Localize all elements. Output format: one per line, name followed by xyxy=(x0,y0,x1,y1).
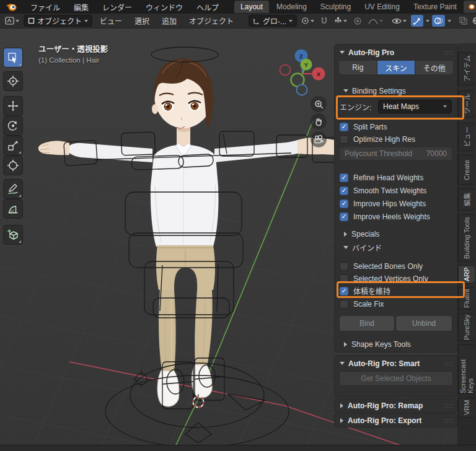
sidebar-tab-building-tools[interactable]: Building Tools xyxy=(458,214,475,261)
sidebar-tab-fluent[interactable]: Fluent xyxy=(458,287,475,310)
checkbox-icon[interactable] xyxy=(340,173,348,182)
menu-file[interactable]: ファイル xyxy=(24,1,67,14)
panel-drag-handle[interactable]: :::: xyxy=(444,403,453,409)
workspace-tab-sculpting[interactable]: Sculpting xyxy=(314,1,357,13)
tool-cursor[interactable] xyxy=(4,72,22,90)
falloff-curve-dropdown[interactable] xyxy=(366,15,385,27)
tool-add-cube[interactable] xyxy=(4,226,22,244)
checkbox-icon[interactable] xyxy=(340,123,348,131)
tool-scale[interactable] xyxy=(4,136,22,155)
sidebar-tab-item[interactable]: アイテム xyxy=(458,52,475,85)
tool-move[interactable] xyxy=(4,97,22,115)
subpanel-specials[interactable]: Specials xyxy=(335,229,457,239)
arp-tab-misc[interactable]: その他 xyxy=(415,61,453,74)
workspace-tab-uv-editing[interactable]: UV Editing xyxy=(358,1,406,13)
checkbox-icon[interactable] xyxy=(340,212,348,221)
object-type-visibility-dropdown[interactable] xyxy=(390,15,408,27)
mode-selector[interactable]: オブジェクト xyxy=(24,15,92,27)
subpanel-bind[interactable]: バインド xyxy=(335,242,457,253)
axis-neg-x-ball[interactable] xyxy=(280,65,291,76)
menu-render[interactable]: レンダー xyxy=(95,1,139,14)
checkbox-smooth-twist-weights[interactable]: Smooth Twist Weights xyxy=(340,185,426,196)
menu-help[interactable]: ヘルプ xyxy=(190,1,226,14)
checkbox-icon[interactable] xyxy=(340,262,348,271)
workspace-tab-layout[interactable]: Layout xyxy=(234,1,269,13)
proportional-editing-toggle[interactable] xyxy=(351,15,364,27)
editor-type-button[interactable] xyxy=(3,15,21,27)
panel-header-arp-smart[interactable]: Auto-Rig Pro: Smart :::: xyxy=(335,358,457,369)
sidebar-tab-edit[interactable]: 編集 xyxy=(458,188,475,211)
chevron-down-icon[interactable] xyxy=(426,20,430,22)
checkbox-improve-heels-weights[interactable]: Improve Heels Weights xyxy=(340,211,430,222)
sidebar-tab-tool[interactable]: ツール xyxy=(458,90,475,118)
panel-drag-handle[interactable]: :::: xyxy=(444,50,453,56)
engine-row: エンジン: Heat Maps xyxy=(335,100,457,113)
zoom-button[interactable] xyxy=(311,96,327,112)
checkbox-icon[interactable] xyxy=(340,300,348,309)
menu-add[interactable]: 追加 xyxy=(157,14,182,27)
chevron-down-icon[interactable] xyxy=(447,20,451,22)
tool-measure[interactable] xyxy=(4,199,22,218)
checkbox-improve-hips-weights[interactable]: Improve Hips Weights xyxy=(340,198,426,209)
snap-target-dropdown[interactable] xyxy=(332,15,349,27)
checkbox-icon[interactable] xyxy=(340,186,348,195)
tool-annotate[interactable] xyxy=(4,180,22,198)
sidebar-tab-screencast-keys[interactable]: Screencast Keys xyxy=(458,344,475,394)
axis-x-ball[interactable]: X xyxy=(312,68,325,81)
unbind-button[interactable]: Unbind xyxy=(396,316,452,331)
checkbox-icon[interactable] xyxy=(340,199,348,208)
menu-object[interactable]: オブジェクト xyxy=(184,14,239,27)
sidebar-tab-arp[interactable]: ARP xyxy=(458,265,475,284)
polycount-threshold-slider[interactable]: Polycount Threshold 70000 xyxy=(340,147,452,160)
sidebar-tab-view[interactable]: ビュー xyxy=(458,123,475,151)
panel-header-arp-export[interactable]: Auto-Rig Pro: Export :::: xyxy=(335,415,457,426)
menu-view[interactable]: ビュー xyxy=(95,14,127,27)
subpanel-shape-keys-tools[interactable]: Shape Keys Tools xyxy=(335,339,457,349)
show-overlays-toggle[interactable] xyxy=(432,15,445,27)
checkbox-icon[interactable] xyxy=(340,135,348,144)
checkbox-refine-head-weights[interactable]: Refine Head Weights xyxy=(340,172,423,183)
transform-orientation-icon xyxy=(253,17,260,25)
workspace-tab-modeling[interactable]: Modeling xyxy=(270,1,313,13)
panel-drag-handle[interactable]: :::: xyxy=(444,361,453,367)
axis-neg-z-ball[interactable] xyxy=(297,85,307,95)
toggle-xray-button[interactable] xyxy=(457,15,469,27)
menu-select[interactable]: 選択 xyxy=(130,14,154,27)
arp-tab-skin[interactable]: スキン xyxy=(377,61,415,74)
tool-select-box[interactable] xyxy=(4,48,22,67)
snap-toggle[interactable] xyxy=(319,15,330,27)
subpanel-binding-settings[interactable]: Binding Settings xyxy=(335,85,457,96)
sidebar-tab-vrm[interactable]: VRM xyxy=(458,398,475,418)
tool-rotate[interactable] xyxy=(4,116,22,135)
panel-drag-handle[interactable]: :::: xyxy=(444,418,453,424)
camera-view-button[interactable] xyxy=(311,131,327,147)
engine-dropdown[interactable]: Heat Maps xyxy=(378,100,452,113)
menu-window[interactable]: ウィンドウ xyxy=(139,1,190,14)
navigation-gizmo[interactable]: Z Y X xyxy=(276,47,331,104)
tool-transform[interactable] xyxy=(4,156,22,175)
shading-wireframe-button[interactable] xyxy=(472,15,476,27)
panel-header-auto-rig-pro[interactable]: Auto-Rig Pro :::: xyxy=(335,47,457,58)
checkbox-split-parts[interactable]: Split Parts xyxy=(340,121,387,132)
pan-button[interactable] xyxy=(311,113,327,129)
checkbox-selected-bones-only[interactable]: Selected Bones Only xyxy=(340,261,423,271)
blender-logo-icon[interactable] xyxy=(5,2,17,12)
checkbox-preserve-volume[interactable]: 体積を維持 xyxy=(340,286,390,296)
bind-button[interactable]: Bind xyxy=(340,316,394,331)
arp-tab-rig[interactable]: Rig xyxy=(339,61,377,74)
checkbox-optimize-high-res[interactable]: Optimize High Res xyxy=(340,134,415,144)
checkbox-icon[interactable] xyxy=(340,274,348,283)
sidebar-tab-puresky[interactable]: PureSky xyxy=(458,313,475,341)
workspace-tab-texture-paint[interactable]: Texture Paint xyxy=(407,1,463,13)
menu-edit[interactable]: 編集 xyxy=(67,1,95,14)
pivot-point-dropdown[interactable] xyxy=(299,15,316,27)
checkbox-icon[interactable] xyxy=(340,287,348,296)
checkbox-scale-fix[interactable]: Scale Fix xyxy=(340,299,384,309)
checkbox-selected-vertices-only[interactable]: Selected Vertices Only xyxy=(340,273,428,284)
sidebar-tab-create[interactable]: Create xyxy=(458,155,475,185)
axis-y-ball[interactable]: Y xyxy=(301,59,312,71)
transform-orientation-dropdown[interactable]: グロ-... xyxy=(249,15,297,27)
panel-header-arp-remap[interactable]: Auto-Rig Pro: Remap :::: xyxy=(335,400,457,411)
get-selected-objects-button[interactable]: Get Selected Objects xyxy=(340,372,452,385)
show-gizmos-toggle[interactable] xyxy=(411,15,423,27)
